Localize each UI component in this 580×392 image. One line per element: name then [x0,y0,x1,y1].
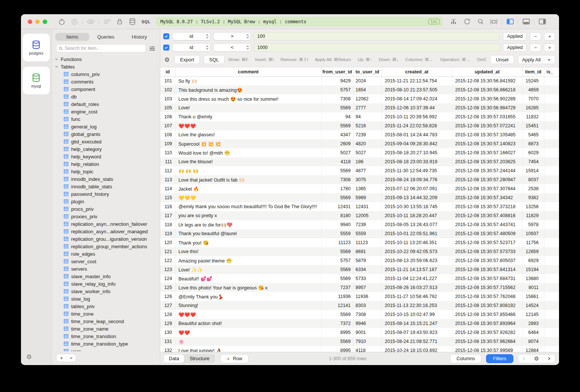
cell-item_id[interactable]: 4659 [522,85,544,94]
cell-comment[interactable]: Thank you! 😘 [175,238,321,247]
cell-id[interactable]: 118 [160,220,175,229]
filter1-column-select[interactable]: id [172,32,210,40]
cell-created_at[interactable]: 2015-11-27 10:58:46.792 [382,292,452,301]
cell-id[interactable]: 112 [160,166,175,175]
cell-is_[interactable] [544,337,559,346]
cell-updated_at[interactable]: 2015-12-08 15:30:57.307644 [452,184,522,193]
column-header-id[interactable]: id [160,67,175,76]
cell-created_at[interactable]: 2015-11-21 14:13:57.187 [382,265,452,274]
sidebar-table-item[interactable]: general_log [55,123,160,130]
cell-id[interactable]: 107 [160,121,175,130]
table-row[interactable]: 114Jacket 🔥178013652015-07-12 06:20:07.0… [160,184,559,193]
cell-to_user_id[interactable]: 4118 [353,346,382,352]
cell-item_id[interactable]: 11832 [522,112,544,121]
add-item-button[interactable]: + [57,355,66,361]
sidebar-table-item[interactable]: slave_relay_log_info [55,280,160,288]
cell-updated_at[interactable]: 2015-12-08 15:30:57.715562 [452,283,522,292]
table-row[interactable]: 118Ur legs are to die for🙌🏼💖994072392015… [160,220,559,229]
cell-from_user_id[interactable]: 5569 [321,121,353,130]
cell-updated_at[interactable]: 2015-12-08 15:30:57.762048 [452,292,522,301]
cell-comment[interactable]: Beautiful!! 💕💕 [175,274,321,283]
column-header-created_at[interactable]: created_at [382,67,452,76]
sidebar-table-item[interactable]: time_zone [55,310,160,317]
table-row[interactable]: 119Thank you beautiful @laurel5559555920… [160,229,559,238]
cell-id[interactable]: 114 [160,184,175,193]
cell-updated_at[interactable]: 2015-12-08 15:30:57.893964 [452,319,522,328]
cell-item_id[interactable]: 11756 [522,238,544,247]
cell-is_[interactable] [544,112,559,121]
table-row[interactable]: 110Would love to! @mith 😁502750272015-08… [160,148,559,157]
table-row[interactable]: 113Love that jacket! Outfit is fab 🙌🏻730… [160,175,559,184]
cell-updated_at[interactable]: 2015-12-08 15:30:57.641314 [452,265,522,274]
cell-is_[interactable] [544,319,559,328]
cell-item_id[interactable]: 15661 [522,292,544,301]
cell-comment[interactable]: Supercool 💥 💥 💥 [175,139,321,148]
section-tables[interactable]: Tables [55,63,160,70]
cell-comment[interactable]: Beautiful action shot! [175,319,321,328]
cell-id[interactable]: 127 [160,301,175,310]
sidebar-table-item[interactable]: slow_log [55,295,160,303]
cell-item_id[interactable]: 13680 [522,274,544,283]
cell-from_user_id[interactable]: 5757 [321,256,353,265]
cell-to_user_id[interactable]: 11936 [353,292,382,301]
cell-id[interactable]: 102 [160,85,175,94]
sidebar-table-item[interactable]: plugin [55,198,160,205]
cell-comment[interactable]: Amazing pastel theme 😁 [175,256,321,265]
column-width-icon[interactable] [488,17,500,27]
cell-to_user_id[interactable]: 9001 [353,328,382,337]
cell-item_id[interactable]: 2893 [522,319,544,328]
cell-id[interactable]: 110 [160,148,175,157]
filter-adjust-icon[interactable] [149,46,155,51]
cell-comment[interactable]: ❤️❤️❤️ [175,121,321,130]
cell-is_[interactable] [544,220,559,229]
cell-to_user_id[interactable]: 8303 [353,301,382,310]
cell-from_user_id[interactable]: 5559 [321,229,353,238]
cell-comment[interactable]: Love! [175,103,321,112]
cell-updated_at[interactable]: 2015-12-08 15:30:57.684731 [452,274,522,283]
cell-is_[interactable] [544,310,559,319]
cell-id[interactable]: 122 [160,256,175,265]
cell-updated_at[interactable]: 2015-12-08 15:30:56.841592 [452,76,522,85]
cell-comment[interactable]: 🙌 🙌 🙌 [175,166,321,175]
cell-comment[interactable]: Love that jacket! Outfit is fab 🙌🏻 [175,175,321,184]
cell-comment[interactable]: Love that jumper! 👌🏾 [175,346,321,352]
cell-id[interactable]: 126 [160,292,175,301]
connect-icon[interactable] [55,17,68,27]
toggle-left-sidebar-icon[interactable] [504,17,516,27]
cell-updated_at[interactable]: 2015-12-08 15:30:57.280947 [452,175,522,184]
table-row[interactable]: 123Love! ✨✨556963342015-11-21 14:13:57.1… [160,265,559,274]
filter2-applied-button[interactable]: Applied [503,43,527,52]
cell-to_user_id[interactable]: 6334 [353,265,382,274]
cell-to_user_id[interactable]: 3075 [353,175,382,184]
cell-created_at[interactable]: 2015-11-30 12:54:49.735 [382,166,452,175]
cell-from_user_id[interactable]: 12141 [321,301,353,310]
table-row[interactable]: 131🌸556979102015-08-24 21:08:52.7712015-… [160,337,559,346]
unset-button[interactable]: Unset [490,55,514,64]
connection-postgres[interactable]: postgres [23,34,50,61]
cell-from_user_id[interactable]: 7308 [321,175,353,184]
cell-id[interactable]: 101 [160,76,175,85]
cell-is_[interactable] [544,184,559,193]
cell-from_user_id[interactable]: 5569 [321,103,353,112]
cell-from_user_id[interactable]: 8995 [321,346,353,352]
sidebar-table-item[interactable]: slave_master_info [55,273,160,280]
sidebar-table-item[interactable]: replication_group_member_actions [55,243,160,250]
cell-created_at[interactable]: 2015-08-05 13:26:43.077 [382,220,452,229]
disconnect-icon[interactable] [68,17,81,27]
search-input[interactable] [65,46,144,51]
cell-is_[interactable] [544,157,559,166]
cell-created_at[interactable]: 2015-10-11 13:20:46.351 [382,238,452,247]
cell-created_at[interactable]: 2015-11-24 22:02:58.828 [382,121,452,130]
filter2-add-button[interactable]: + [544,43,555,52]
sidebar-table-item[interactable]: help_relation [55,160,160,168]
sidebar-table-item[interactable]: comments [55,78,160,85]
sidebar-table-item[interactable]: procs_priv [55,205,160,213]
data-tab[interactable]: Data [164,355,184,363]
chart-icon[interactable] [447,17,460,27]
page-settings-gear-icon[interactable]: ⚙ [531,355,543,363]
cell-updated_at[interactable]: 2015-12-08 15:30:56.902289 [452,94,522,103]
table-row[interactable]: 125Love this photo! Your hair is gorgeou… [160,283,559,292]
sidebar-table-item[interactable]: help_category [55,145,160,153]
cell-comment[interactable]: Love! ✨✨ [175,265,321,274]
cell-from_user_id[interactable]: 7308 [321,94,353,103]
